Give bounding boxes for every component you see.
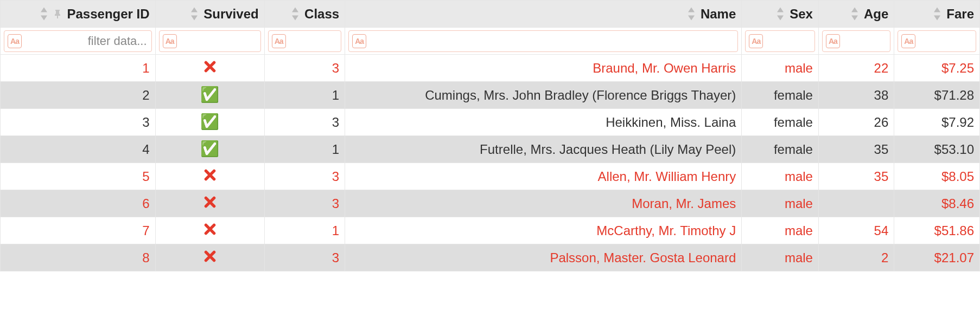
header-passenger-id[interactable]: Passenger ID <box>1 1 156 28</box>
filter-input-age[interactable] <box>843 34 887 49</box>
sort-icon[interactable] <box>775 8 785 20</box>
filter-cell-fare: Aa <box>894 28 980 55</box>
sort-icon[interactable] <box>686 8 696 20</box>
check-icon: ✅ <box>200 141 219 157</box>
text-filter-icon[interactable]: Aa <box>163 34 177 48</box>
cell-name: Cumings, Mrs. John Bradley (Florence Bri… <box>345 82 742 109</box>
cell-sex: male <box>742 190 819 217</box>
cell-pid: 5 <box>1 163 156 190</box>
filter-input-sex[interactable] <box>766 34 811 49</box>
cell-class: 3 <box>264 244 345 271</box>
cell-age: 35 <box>818 163 894 190</box>
header-name[interactable]: Name <box>345 1 742 28</box>
cell-fare: $71.28 <box>894 82 980 109</box>
cell-sex: female <box>742 82 819 109</box>
x-icon <box>203 195 217 209</box>
header-sex[interactable]: Sex <box>742 1 819 28</box>
filter-input-survived[interactable] <box>180 34 257 49</box>
sort-icon[interactable] <box>932 8 942 20</box>
cell-pid: 4 <box>1 136 156 163</box>
sort-icon[interactable] <box>290 8 300 20</box>
header-row: Passenger ID Survived Class <box>1 1 980 28</box>
check-icon: ✅ <box>200 87 219 102</box>
table-row[interactable]: 63Moran, Mr. Jamesmale$8.46 <box>1 190 980 217</box>
table-row[interactable]: 2✅1Cumings, Mrs. John Bradley (Florence … <box>1 82 980 109</box>
data-table: Passenger ID Survived Class <box>0 0 980 271</box>
check-icon: ✅ <box>200 114 219 129</box>
cell-survived: ✅ <box>155 136 264 163</box>
cell-name: Braund, Mr. Owen Harris <box>345 55 742 82</box>
cell-survived <box>155 244 264 271</box>
text-filter-icon[interactable]: Aa <box>901 34 915 48</box>
filter-cell-pid: Aa <box>1 28 156 55</box>
table-row[interactable]: 13Braund, Mr. Owen Harrismale22$7.25 <box>1 55 980 82</box>
cell-pid: 3 <box>1 109 156 136</box>
table-body: 13Braund, Mr. Owen Harrismale22$7.252✅1C… <box>1 55 980 271</box>
header-label: Fare <box>946 7 974 22</box>
header-label: Survived <box>203 7 258 22</box>
header-survived[interactable]: Survived <box>155 1 264 28</box>
header-age[interactable]: Age <box>818 1 894 28</box>
cell-class: 1 <box>264 82 345 109</box>
header-label: Passenger ID <box>67 7 150 22</box>
cell-class: 3 <box>264 190 345 217</box>
x-icon <box>203 222 217 236</box>
filter-input-name[interactable] <box>370 34 734 49</box>
header-label: Age <box>864 7 888 22</box>
table-row[interactable]: 4✅1Futrelle, Mrs. Jacques Heath (Lily Ma… <box>1 136 980 163</box>
text-filter-icon[interactable]: Aa <box>8 34 22 48</box>
header-label: Sex <box>790 7 813 22</box>
text-filter-icon[interactable]: Aa <box>352 34 366 48</box>
cell-class: 1 <box>264 217 345 244</box>
cell-sex: female <box>742 136 819 163</box>
cell-survived <box>155 163 264 190</box>
cell-name: Moran, Mr. James <box>345 190 742 217</box>
cell-sex: male <box>742 55 819 82</box>
cell-fare: $21.07 <box>894 244 980 271</box>
cell-fare: $7.25 <box>894 55 980 82</box>
cell-pid: 1 <box>1 55 156 82</box>
cell-survived <box>155 55 264 82</box>
text-filter-icon[interactable]: Aa <box>749 34 763 48</box>
table-row[interactable]: 53Allen, Mr. William Henrymale35$8.05 <box>1 163 980 190</box>
cell-name: Heikkinen, Miss. Laina <box>345 109 742 136</box>
pin-icon[interactable] <box>52 8 63 20</box>
sort-icon[interactable] <box>850 8 860 20</box>
filter-cell-survived: Aa <box>155 28 264 55</box>
cell-fare: $8.46 <box>894 190 980 217</box>
x-icon <box>203 60 217 74</box>
cell-survived: ✅ <box>155 82 264 109</box>
cell-fare: $8.05 <box>894 163 980 190</box>
cell-pid: 6 <box>1 190 156 217</box>
cell-age: 54 <box>818 217 894 244</box>
filter-cell-sex: Aa <box>742 28 819 55</box>
header-class[interactable]: Class <box>264 1 345 28</box>
filter-input-pid[interactable] <box>25 34 148 49</box>
cell-age: 2 <box>818 244 894 271</box>
filter-cell-name: Aa <box>345 28 742 55</box>
cell-class: 3 <box>264 163 345 190</box>
cell-sex: male <box>742 244 819 271</box>
sort-icon[interactable] <box>39 8 49 20</box>
header-fare[interactable]: Fare <box>894 1 980 28</box>
cell-pid: 8 <box>1 244 156 271</box>
table-row[interactable]: 71McCarthy, Mr. Timothy Jmale54$51.86 <box>1 217 980 244</box>
cell-class: 3 <box>264 109 345 136</box>
filter-input-fare[interactable] <box>919 34 972 49</box>
text-filter-icon[interactable]: Aa <box>826 34 840 48</box>
filter-row: Aa Aa Aa Aa <box>1 28 980 55</box>
cell-age <box>818 190 894 217</box>
cell-pid: 7 <box>1 217 156 244</box>
cell-pid: 2 <box>1 82 156 109</box>
table-row[interactable]: 3✅3Heikkinen, Miss. Lainafemale26$7.92 <box>1 109 980 136</box>
cell-fare: $51.86 <box>894 217 980 244</box>
cell-name: Palsson, Master. Gosta Leonard <box>345 244 742 271</box>
sort-icon[interactable] <box>189 8 199 20</box>
cell-name: Futrelle, Mrs. Jacques Heath (Lily May P… <box>345 136 742 163</box>
cell-sex: female <box>742 109 819 136</box>
text-filter-icon[interactable]: Aa <box>272 34 286 48</box>
cell-age: 26 <box>818 109 894 136</box>
filter-input-class[interactable] <box>289 34 338 49</box>
table-row[interactable]: 83Palsson, Master. Gosta Leonardmale2$21… <box>1 244 980 271</box>
cell-age: 35 <box>818 136 894 163</box>
